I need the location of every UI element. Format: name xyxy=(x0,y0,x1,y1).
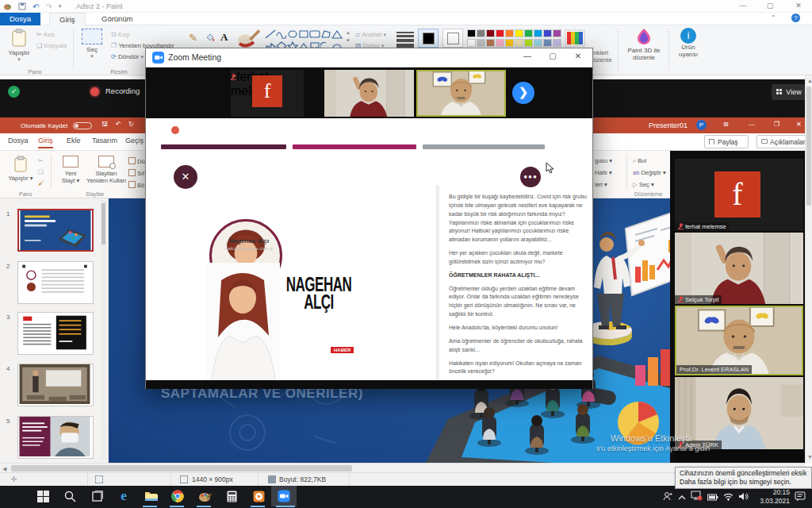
ribbon-options-icon[interactable]: ⊞ xyxy=(723,121,729,128)
ppt-copy-icon[interactable]: ❏ xyxy=(38,168,44,175)
taskbar-search-icon[interactable] xyxy=(57,486,82,506)
ppt-undo-icon[interactable]: ↶ xyxy=(116,121,121,128)
more-options-button[interactable]: ●●● xyxy=(520,167,541,187)
palette-swatch[interactable] xyxy=(543,29,552,37)
shape-icon[interactable] xyxy=(298,29,309,41)
save-icon[interactable] xyxy=(18,2,26,10)
chevron-up-icon[interactable] xyxy=(678,490,686,504)
volume-icon[interactable] xyxy=(738,490,749,504)
palette-swatch[interactable] xyxy=(486,29,495,37)
format-painter-icon[interactable]: 🖌 xyxy=(38,179,44,187)
account-avatar[interactable]: P xyxy=(696,120,707,130)
undo-icon[interactable]: ↶ xyxy=(33,2,39,11)
ppt-redo-icon[interactable]: ↻ xyxy=(128,121,134,128)
panel-video-tile[interactable]: Selçuk Torpil xyxy=(675,233,803,304)
shape-outline-dropdown[interactable]: Hattı ▾ xyxy=(595,169,612,176)
taskbar-chrome-icon[interactable] xyxy=(165,486,190,506)
zoom-view-button[interactable]: View xyxy=(772,84,805,100)
share-button[interactable]: Paylaş xyxy=(704,135,749,148)
strip-video-tile[interactable]: fferhat melem... xyxy=(231,70,304,117)
edit-colors-icon[interactable] xyxy=(565,29,585,48)
crop-button[interactable]: ⊡ Kırp xyxy=(111,31,130,38)
paint3d-button[interactable]: Paint 3D iledüzenle xyxy=(623,28,665,61)
shape-icon[interactable] xyxy=(320,29,331,41)
slide-thumbnail[interactable] xyxy=(17,261,94,304)
palette-swatch[interactable] xyxy=(515,29,523,37)
slide-thumbnail[interactable] xyxy=(17,312,94,355)
paint-close-button[interactable]: ✕ xyxy=(787,0,810,13)
palette-swatch[interactable] xyxy=(477,39,485,47)
brush-tool-icon[interactable] xyxy=(235,28,260,50)
zoom-maximize-button[interactable]: ▢ xyxy=(542,52,563,60)
panel-video-tile[interactable]: Adem TÜRK xyxy=(675,377,803,449)
ppt-tab-tasarim[interactable]: Tasarım xyxy=(92,137,117,144)
cut-button[interactable]: ✂ Kes xyxy=(36,31,55,38)
shape-fill-dropdown[interactable]: gusu ▾ xyxy=(595,157,612,164)
wifi-icon[interactable] xyxy=(723,490,733,504)
section-button[interactable]: Bö xyxy=(128,181,144,189)
ppt-minimize-button[interactable]: — xyxy=(749,121,755,128)
palette-swatch[interactable] xyxy=(505,39,514,47)
palette-swatch[interactable] xyxy=(534,29,542,37)
ppt-restore-button[interactable]: ❐ xyxy=(774,121,779,128)
text-tool-icon[interactable]: A xyxy=(220,31,228,44)
paint-minimize-button[interactable]: — xyxy=(731,0,755,13)
taskbar-paint-icon[interactable] xyxy=(192,486,217,506)
ppt-tab-ekle[interactable]: Ekle xyxy=(67,137,81,144)
shape-icon[interactable] xyxy=(265,29,276,41)
taskbar-start-icon[interactable] xyxy=(30,486,56,506)
copy-button[interactable]: ❏ Kopyala xyxy=(36,42,67,49)
ppt-paste-button[interactable]: Yapıştır ▾ xyxy=(8,156,33,182)
zoom-minimize-button[interactable]: — xyxy=(517,52,538,60)
color2-box[interactable] xyxy=(442,29,463,48)
thumbnail-scrollbar[interactable] xyxy=(101,200,106,460)
layout-button[interactable]: Dü xyxy=(128,157,145,165)
find-button[interactable]: ⌕ Bul xyxy=(633,157,646,165)
next-page-button[interactable]: ❯ xyxy=(512,82,534,104)
scroll-down-icon[interactable]: ▼ xyxy=(807,453,812,461)
shapes-scroll-down-icon[interactable]: ▼ xyxy=(346,38,350,43)
paint-tab-gorunum[interactable]: Görünüm xyxy=(92,13,143,25)
edit-colors-label[interactable]: nkleriüzenle xyxy=(593,49,612,64)
paint-tab-dosya[interactable]: Dosya xyxy=(0,13,40,25)
line-width-button[interactable] xyxy=(396,30,414,48)
taskbar-media-player-icon[interactable] xyxy=(246,486,271,506)
shape-icon[interactable] xyxy=(287,29,298,41)
panel-video-tile[interactable]: Prof.Dr. Levent ERASLAN xyxy=(675,306,803,375)
battery-icon[interactable] xyxy=(707,490,718,504)
palette-swatch[interactable] xyxy=(467,29,476,37)
zoom-close-button[interactable]: ✕ xyxy=(568,52,588,60)
autosave-toggle[interactable] xyxy=(73,122,92,129)
taskbar-clock[interactable]: 20:153.03.2021 xyxy=(753,488,790,506)
palette-swatch[interactable] xyxy=(553,29,561,37)
paint-tab-giris[interactable]: Giriş xyxy=(49,13,86,25)
reset-button[interactable]: Sıf xyxy=(128,169,144,177)
palette-swatch[interactable] xyxy=(515,39,523,47)
comments-button[interactable]: Açıklamalar xyxy=(756,135,805,148)
rotate-button[interactable]: ⟳ Döndür ▾ xyxy=(111,53,144,60)
shape-icon[interactable] xyxy=(309,29,320,41)
update-alert-icon[interactable]: ! xyxy=(691,490,703,504)
slide-thumbnail[interactable] xyxy=(17,416,94,459)
taskbar-edge-icon[interactable]: e xyxy=(111,486,136,506)
paint-maximize-button[interactable]: ▢ xyxy=(758,0,782,13)
taskbar-file-explorer-icon[interactable] xyxy=(138,486,163,506)
ppt-close-button[interactable]: ✕ xyxy=(796,121,802,128)
shape-icon[interactable] xyxy=(331,29,343,41)
palette-swatch[interactable] xyxy=(524,29,533,37)
ppt-save-icon[interactable]: 🖫 xyxy=(102,121,108,128)
color1-box[interactable] xyxy=(418,29,439,48)
zoom-titlebar[interactable]: Zoom Meeting — ▢ ✕ xyxy=(146,48,592,67)
palette-swatch[interactable] xyxy=(524,39,533,47)
new-slide-button[interactable]: YeniSlayt ▾ xyxy=(57,156,84,184)
slide-thumbnail-panel[interactable]: 12345 xyxy=(0,198,109,463)
strip-video-tile[interactable]: Prof.Dr. Levent E... xyxy=(416,70,506,117)
reuse-slides-button[interactable]: SlaytlarıYeniden Kullan xyxy=(86,156,127,184)
palette-swatch[interactable] xyxy=(534,39,542,47)
palette-swatch[interactable] xyxy=(553,39,561,47)
people-icon[interactable] xyxy=(663,490,673,504)
palette-swatch[interactable] xyxy=(477,29,485,37)
palette-swatch[interactable] xyxy=(486,39,495,47)
shape-effects-dropdown[interactable]: leri ▾ xyxy=(595,181,607,188)
outline-dropdown[interactable]: ▱ Anahat ▾ xyxy=(355,31,386,38)
